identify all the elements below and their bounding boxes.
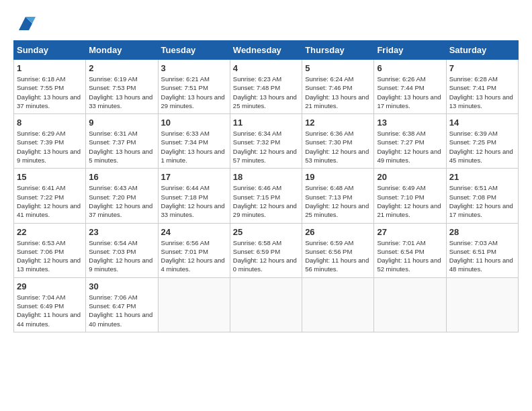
table-row: 27 Sunrise: 7:01 AM Sunset: 6:54 PM Dayl… bbox=[374, 223, 446, 277]
table-row: 18 Sunrise: 6:46 AM Sunset: 7:15 PM Dayl… bbox=[230, 169, 302, 223]
table-row: 25 Sunrise: 6:58 AM Sunset: 6:59 PM Dayl… bbox=[230, 223, 302, 277]
day-number: 12 bbox=[305, 118, 371, 128]
day-info: Sunrise: 6:44 AM Sunset: 7:18 PM Dayligh… bbox=[161, 183, 227, 219]
table-row: 8 Sunrise: 6:29 AM Sunset: 7:39 PM Dayli… bbox=[14, 114, 86, 169]
table-row: 20 Sunrise: 6:49 AM Sunset: 7:10 PM Dayl… bbox=[374, 169, 446, 223]
day-info: Sunrise: 6:48 AM Sunset: 7:13 PM Dayligh… bbox=[305, 183, 371, 219]
table-row: 5 Sunrise: 6:24 AM Sunset: 7:46 PM Dayli… bbox=[302, 60, 374, 114]
day-header: Monday bbox=[86, 41, 158, 60]
table-row: 11 Sunrise: 6:34 AM Sunset: 7:32 PM Dayl… bbox=[230, 114, 302, 169]
day-info: Sunrise: 6:41 AM Sunset: 7:22 PM Dayligh… bbox=[17, 183, 83, 219]
day-header: Saturday bbox=[446, 41, 518, 60]
table-row: 4 Sunrise: 6:23 AM Sunset: 7:48 PM Dayli… bbox=[230, 60, 302, 114]
day-header: Thursday bbox=[302, 41, 374, 60]
day-number: 23 bbox=[89, 227, 154, 237]
table-row: 6 Sunrise: 6:26 AM Sunset: 7:44 PM Dayli… bbox=[374, 60, 446, 114]
day-number: 5 bbox=[305, 63, 371, 73]
day-number: 27 bbox=[377, 227, 443, 237]
day-info: Sunrise: 7:01 AM Sunset: 6:54 PM Dayligh… bbox=[377, 238, 443, 274]
day-info: Sunrise: 6:51 AM Sunset: 7:08 PM Dayligh… bbox=[449, 183, 515, 219]
table-row bbox=[302, 277, 374, 332]
day-number: 10 bbox=[161, 118, 227, 128]
day-number: 21 bbox=[449, 172, 515, 182]
day-number: 3 bbox=[161, 63, 227, 73]
table-row bbox=[446, 277, 518, 332]
table-row bbox=[230, 277, 302, 332]
day-info: Sunrise: 6:58 AM Sunset: 6:59 PM Dayligh… bbox=[233, 238, 299, 274]
table-row: 14 Sunrise: 6:39 AM Sunset: 7:25 PM Dayl… bbox=[446, 114, 518, 169]
table-row: 30 Sunrise: 7:06 AM Sunset: 6:47 PM Dayl… bbox=[86, 277, 158, 332]
day-info: Sunrise: 6:24 AM Sunset: 7:46 PM Dayligh… bbox=[305, 75, 371, 110]
day-header: Sunday bbox=[14, 41, 86, 60]
table-row: 23 Sunrise: 6:54 AM Sunset: 7:03 PM Dayl… bbox=[86, 223, 158, 277]
day-number: 30 bbox=[89, 281, 154, 291]
day-number: 19 bbox=[305, 172, 371, 182]
table-row: 21 Sunrise: 6:51 AM Sunset: 7:08 PM Dayl… bbox=[446, 169, 518, 223]
day-number: 17 bbox=[161, 172, 227, 182]
day-info: Sunrise: 7:04 AM Sunset: 6:49 PM Dayligh… bbox=[17, 293, 83, 328]
day-number: 14 bbox=[449, 118, 515, 128]
day-info: Sunrise: 6:38 AM Sunset: 7:27 PM Dayligh… bbox=[377, 129, 443, 165]
day-info: Sunrise: 7:03 AM Sunset: 6:51 PM Dayligh… bbox=[449, 238, 515, 274]
day-number: 1 bbox=[17, 63, 83, 73]
day-number: 20 bbox=[377, 172, 443, 182]
day-number: 18 bbox=[233, 172, 299, 182]
table-row: 1 Sunrise: 6:18 AM Sunset: 7:55 PM Dayli… bbox=[14, 60, 86, 114]
table-row: 17 Sunrise: 6:44 AM Sunset: 7:18 PM Dayl… bbox=[158, 169, 230, 223]
day-number: 22 bbox=[17, 227, 83, 237]
table-row: 29 Sunrise: 7:04 AM Sunset: 6:49 PM Dayl… bbox=[14, 277, 86, 332]
day-info: Sunrise: 6:29 AM Sunset: 7:39 PM Dayligh… bbox=[17, 129, 83, 165]
day-info: Sunrise: 6:21 AM Sunset: 7:51 PM Dayligh… bbox=[161, 75, 227, 110]
day-info: Sunrise: 6:33 AM Sunset: 7:34 PM Dayligh… bbox=[161, 129, 227, 165]
day-info: Sunrise: 6:46 AM Sunset: 7:15 PM Dayligh… bbox=[233, 183, 299, 219]
table-row: 24 Sunrise: 6:56 AM Sunset: 7:01 PM Dayl… bbox=[158, 223, 230, 277]
table-row: 22 Sunrise: 6:53 AM Sunset: 7:06 PM Dayl… bbox=[14, 223, 86, 277]
table-row: 2 Sunrise: 6:19 AM Sunset: 7:53 PM Dayli… bbox=[86, 60, 158, 114]
table-row: 10 Sunrise: 6:33 AM Sunset: 7:34 PM Dayl… bbox=[158, 114, 230, 169]
day-header: Wednesday bbox=[230, 41, 302, 60]
day-info: Sunrise: 6:49 AM Sunset: 7:10 PM Dayligh… bbox=[377, 183, 443, 219]
day-number: 9 bbox=[89, 118, 154, 128]
day-info: Sunrise: 6:39 AM Sunset: 7:25 PM Dayligh… bbox=[449, 129, 515, 165]
day-info: Sunrise: 6:28 AM Sunset: 7:41 PM Dayligh… bbox=[449, 75, 515, 110]
day-info: Sunrise: 7:06 AM Sunset: 6:47 PM Dayligh… bbox=[89, 293, 154, 328]
day-number: 29 bbox=[17, 281, 83, 291]
table-row bbox=[158, 277, 230, 332]
day-number: 11 bbox=[233, 118, 299, 128]
table-row bbox=[374, 277, 446, 332]
day-number: 26 bbox=[305, 227, 371, 237]
day-number: 6 bbox=[377, 63, 443, 73]
day-number: 25 bbox=[233, 227, 299, 237]
day-number: 7 bbox=[449, 63, 515, 73]
table-row: 7 Sunrise: 6:28 AM Sunset: 7:41 PM Dayli… bbox=[446, 60, 518, 114]
day-info: Sunrise: 6:23 AM Sunset: 7:48 PM Dayligh… bbox=[233, 75, 299, 110]
table-row: 28 Sunrise: 7:03 AM Sunset: 6:51 PM Dayl… bbox=[446, 223, 518, 277]
day-number: 24 bbox=[161, 227, 227, 237]
calendar: SundayMondayTuesdayWednesdayThursdayFrid… bbox=[13, 40, 519, 332]
day-number: 8 bbox=[17, 118, 83, 128]
day-info: Sunrise: 6:54 AM Sunset: 7:03 PM Dayligh… bbox=[89, 238, 154, 274]
day-number: 28 bbox=[449, 227, 515, 237]
day-info: Sunrise: 6:36 AM Sunset: 7:30 PM Dayligh… bbox=[305, 129, 371, 165]
day-info: Sunrise: 6:19 AM Sunset: 7:53 PM Dayligh… bbox=[89, 75, 154, 110]
table-row: 12 Sunrise: 6:36 AM Sunset: 7:30 PM Dayl… bbox=[302, 114, 374, 169]
table-row: 9 Sunrise: 6:31 AM Sunset: 7:37 PM Dayli… bbox=[86, 114, 158, 169]
logo bbox=[13, 17, 36, 34]
day-info: Sunrise: 6:59 AM Sunset: 6:56 PM Dayligh… bbox=[305, 238, 371, 274]
table-row: 15 Sunrise: 6:41 AM Sunset: 7:22 PM Dayl… bbox=[14, 169, 86, 223]
day-number: 15 bbox=[17, 172, 83, 182]
table-row: 13 Sunrise: 6:38 AM Sunset: 7:27 PM Dayl… bbox=[374, 114, 446, 169]
day-number: 4 bbox=[233, 63, 299, 73]
day-header: Tuesday bbox=[158, 41, 230, 60]
table-row: 3 Sunrise: 6:21 AM Sunset: 7:51 PM Dayli… bbox=[158, 60, 230, 114]
day-number: 13 bbox=[377, 118, 443, 128]
day-info: Sunrise: 6:56 AM Sunset: 7:01 PM Dayligh… bbox=[161, 238, 227, 274]
day-info: Sunrise: 6:53 AM Sunset: 7:06 PM Dayligh… bbox=[17, 238, 83, 274]
day-info: Sunrise: 6:34 AM Sunset: 7:32 PM Dayligh… bbox=[233, 129, 299, 165]
day-header: Friday bbox=[374, 41, 446, 60]
day-info: Sunrise: 6:43 AM Sunset: 7:20 PM Dayligh… bbox=[89, 183, 154, 219]
day-info: Sunrise: 6:18 AM Sunset: 7:55 PM Dayligh… bbox=[17, 75, 83, 110]
table-row: 16 Sunrise: 6:43 AM Sunset: 7:20 PM Dayl… bbox=[86, 169, 158, 223]
table-row: 19 Sunrise: 6:48 AM Sunset: 7:13 PM Dayl… bbox=[302, 169, 374, 223]
logo-icon bbox=[15, 13, 36, 34]
